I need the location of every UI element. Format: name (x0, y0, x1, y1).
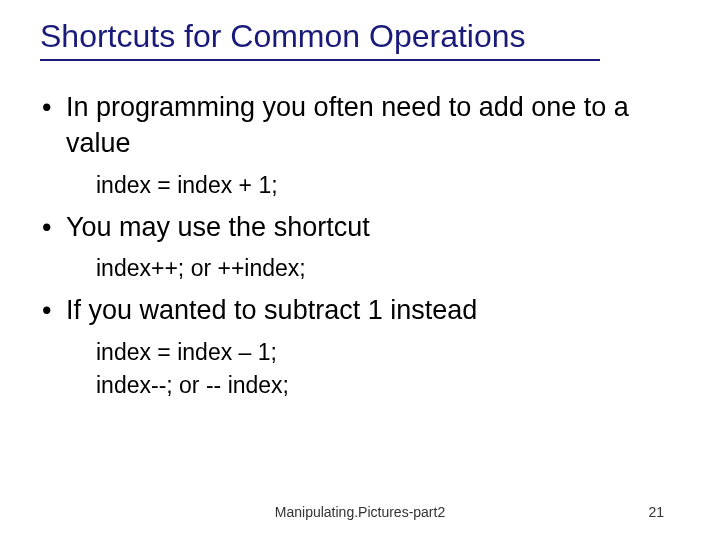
slide-footer: Manipulating.Pictures-part2 21 (0, 504, 720, 524)
sub-list: index = index – 1; index--; or -- index; (96, 337, 680, 401)
code-line: index++; or ++index; (96, 253, 680, 284)
slide-title: Shortcuts for Common Operations (40, 18, 600, 61)
sub-list: index++; or ++index; (96, 253, 680, 284)
bullet-text: In programming you often need to add one… (66, 92, 629, 158)
sub-list: index = index + 1; (96, 170, 680, 201)
page-number: 21 (648, 504, 664, 520)
slide-content: In programming you often need to add one… (40, 89, 680, 401)
code-line: index--; or -- index; (96, 370, 680, 401)
bullet-item: In programming you often need to add one… (40, 89, 680, 201)
bullet-text: You may use the shortcut (66, 212, 370, 242)
bullet-item: If you wanted to subtract 1 instead inde… (40, 292, 680, 401)
code-line: index = index + 1; (96, 170, 680, 201)
code-line: index = index – 1; (96, 337, 680, 368)
footer-center-text: Manipulating.Pictures-part2 (275, 504, 445, 520)
bullet-text: If you wanted to subtract 1 instead (66, 295, 477, 325)
bullet-item: You may use the shortcut index++; or ++i… (40, 209, 680, 284)
bullet-list: In programming you often need to add one… (40, 89, 680, 401)
slide: Shortcuts for Common Operations In progr… (0, 0, 720, 540)
